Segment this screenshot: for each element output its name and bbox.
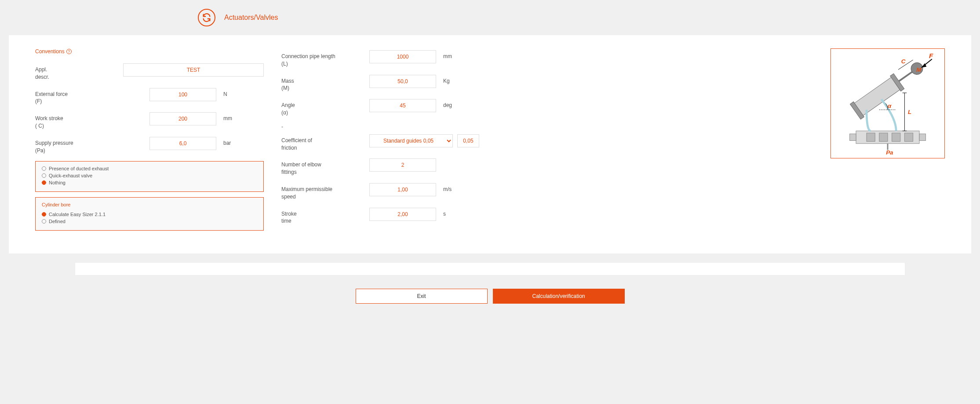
angle-label: Angle (α)	[281, 99, 369, 117]
exhaust-option-quick[interactable]: Quick-exhaust valve	[42, 173, 257, 178]
svg-text:F: F	[929, 52, 933, 59]
speed-label: Maximum permissible speed	[281, 183, 369, 201]
work-stroke-label: Work stroke ( C)	[35, 112, 123, 130]
svg-line-18	[898, 60, 913, 70]
radio-icon	[42, 180, 46, 185]
appl-descr-label: Appl. descr.	[35, 63, 123, 81]
conventions-label: Conventions	[35, 48, 65, 55]
main-panel: Conventions ? Appl. descr. External forc…	[9, 35, 971, 253]
help-icon[interactable]: ?	[66, 49, 72, 54]
pipe-length-label: Connection pipe length (L)	[281, 50, 369, 68]
right-column: Connection pipe length (L) mm Mass (M) K…	[281, 48, 510, 232]
pipe-length-unit: mm	[443, 50, 452, 59]
bore-title: Cylinder bore	[42, 202, 257, 207]
external-force-label: External force (F)	[35, 88, 123, 106]
mass-input[interactable]	[369, 75, 436, 88]
bore-option-calculate[interactable]: Calculate Easy Sizer 2.1.1	[42, 212, 257, 217]
exhaust-option-box: Presence of ducted exhaust Quick-exhaust…	[35, 161, 264, 192]
speed-unit: m/s	[443, 183, 452, 192]
radio-icon	[42, 173, 46, 178]
speed-input[interactable]	[369, 183, 436, 196]
svg-rect-3	[867, 133, 875, 141]
elbow-label: Number of elbow fittings	[281, 158, 369, 176]
svg-rect-6	[904, 133, 913, 141]
supply-pressure-label: Supply pressure (Pa)	[35, 137, 123, 154]
exhaust-option-ducted[interactable]: Presence of ducted exhaust	[42, 166, 257, 171]
radio-icon	[42, 219, 46, 224]
supply-pressure-unit: bar	[223, 137, 231, 146]
calculate-button[interactable]: Calculation/verification	[493, 289, 625, 304]
left-column: Conventions ? Appl. descr. External forc…	[35, 48, 264, 236]
exhaust-option-nothing[interactable]: Nothing	[42, 180, 257, 185]
stroke-time-input[interactable]	[369, 208, 436, 221]
svg-line-11	[899, 71, 914, 81]
conventions-link[interactable]: Conventions ?	[35, 48, 264, 55]
svg-rect-5	[892, 133, 900, 141]
radio-icon	[42, 166, 46, 171]
mass-label: Mass (M)	[281, 75, 369, 92]
bore-option-defined[interactable]: Defined	[42, 219, 257, 224]
svg-rect-4	[879, 133, 888, 141]
button-row: Exit Calculation/verification	[4, 289, 976, 304]
external-force-unit: N	[223, 88, 227, 97]
page-title: Actuators/Valvles	[224, 14, 278, 22]
status-bar	[75, 262, 905, 275]
radio-icon	[42, 212, 46, 217]
svg-text:M: M	[916, 66, 922, 73]
angle-input[interactable]	[369, 99, 436, 112]
svg-text:α: α	[888, 103, 892, 109]
exit-button[interactable]: Exit	[356, 289, 488, 304]
stroke-time-label: Stroke time	[281, 208, 369, 225]
header: Actuators/Valvles	[4, 4, 976, 35]
svg-rect-2	[919, 134, 925, 140]
mass-unit: Kg	[443, 75, 450, 84]
work-stroke-input[interactable]	[149, 112, 216, 125]
angle-unit: deg	[443, 99, 452, 108]
svg-text:L: L	[908, 109, 911, 115]
stroke-time-unit: s	[443, 208, 446, 217]
work-stroke-unit: mm	[223, 112, 232, 121]
bore-option-box: Cylinder bore Calculate Easy Sizer 2.1.1…	[35, 197, 264, 231]
separator-dash: -	[281, 124, 510, 130]
appl-descr-input[interactable]	[123, 63, 264, 77]
cof-select[interactable]: Standard guides 0,05	[369, 134, 453, 147]
elbow-input[interactable]	[369, 158, 436, 172]
diagram-column: F M C L α Pa	[831, 48, 945, 158]
svg-text:C: C	[901, 58, 906, 65]
external-force-input[interactable]	[149, 88, 216, 101]
cof-value-input[interactable]	[457, 134, 479, 147]
refresh-icon[interactable]	[198, 9, 215, 26]
cof-label: Coefficient of friction	[281, 134, 369, 152]
pipe-length-input[interactable]	[369, 50, 436, 63]
actuator-diagram: F M C L α Pa	[831, 48, 945, 158]
svg-rect-8	[854, 77, 900, 116]
svg-rect-1	[850, 134, 856, 140]
svg-text:Pa: Pa	[886, 149, 893, 156]
supply-pressure-input[interactable]	[149, 137, 216, 150]
